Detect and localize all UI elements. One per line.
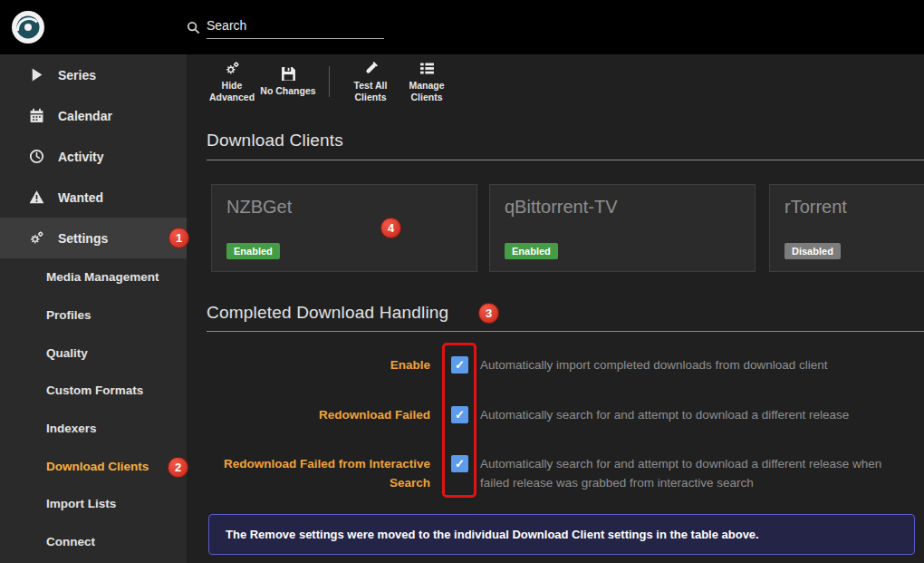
list-icon xyxy=(419,61,435,76)
redownload-failed-label: Redownload Failed xyxy=(193,405,430,424)
subitem-label: Quality xyxy=(46,346,88,360)
download-clients-title: Download Clients xyxy=(207,131,343,150)
calendar-icon xyxy=(29,108,44,123)
subitem-label: Import Lists xyxy=(46,497,116,510)
sidebar-subitem-profiles[interactable]: Profiles xyxy=(0,296,187,335)
app-window: Series Calendar Activity Wanted Settings xyxy=(0,0,924,563)
sidebar-subitem-download-clients[interactable]: Download Clients xyxy=(0,447,187,485)
clock-icon xyxy=(29,149,44,164)
status-badge: Enabled xyxy=(505,243,558,259)
sidebar-subitem-media-management[interactable]: Media Management xyxy=(0,258,187,296)
completed-download-handling-title: Completed Download Handling xyxy=(207,303,448,323)
redownload-failed-help-text: Automatically search for and attempt to … xyxy=(480,406,910,425)
cogs-icon xyxy=(225,61,240,76)
client-card-rtorrent[interactable]: rTorrent Disabled xyxy=(769,184,924,272)
enable-checkbox[interactable] xyxy=(451,356,468,374)
search-icon xyxy=(187,21,200,34)
redownload-failed-interactive-checkbox[interactable] xyxy=(451,455,468,472)
sonarr-logo[interactable] xyxy=(11,10,45,44)
sidebar-subitem-custom-formats[interactable]: Custom Formats xyxy=(0,372,187,410)
subitem-label: Media Management xyxy=(46,270,159,284)
sidebar-item-calendar[interactable]: Calendar xyxy=(0,95,187,136)
status-badge: Disabled xyxy=(784,243,841,259)
sidebar-item-settings[interactable]: Settings xyxy=(0,218,187,258)
toolbar-separator xyxy=(329,66,330,97)
redownload-failed-interactive-label: Redownload Failed from Interactive Searc… xyxy=(193,454,430,492)
sidebar-item-label: Settings xyxy=(58,231,108,246)
client-name: qBittorrent-TV xyxy=(505,197,617,218)
form-row-redownload-failed-interactive: Redownload Failed from Interactive Searc… xyxy=(187,454,924,510)
sidebar-subitem-indexers[interactable]: Indexers xyxy=(0,410,187,448)
manage-clients-button[interactable]: Manage Clients xyxy=(399,61,455,102)
test-all-clients-label: Test All Clients xyxy=(342,80,399,102)
status-badge: Enabled xyxy=(226,243,280,259)
client-name: rTorrent xyxy=(784,197,847,218)
warning-icon xyxy=(29,189,44,205)
section-divider xyxy=(207,331,924,332)
gears-icon xyxy=(29,230,44,246)
sidebar-subitem-connect[interactable]: Connect xyxy=(0,523,187,561)
sidebar-item-label: Activity xyxy=(58,150,104,164)
info-alert-text: The Remove settings were moved to the in… xyxy=(226,528,759,541)
save-icon xyxy=(281,66,296,82)
subitem-label: Indexers xyxy=(46,422,97,435)
enable-label: Enable xyxy=(193,355,430,374)
search-bar xyxy=(187,18,384,39)
sidebar-item-label: Series xyxy=(58,68,96,83)
page-toolbar: Hide Advanced No Changes Test All Client… xyxy=(187,54,455,109)
sidebar-item-activity[interactable]: Activity xyxy=(0,136,187,177)
hide-advanced-label: Hide Advanced xyxy=(204,80,260,102)
section-divider xyxy=(207,160,924,160)
sidebar-item-wanted[interactable]: Wanted xyxy=(0,177,187,218)
enable-help-text: Automatically import completed downloads… xyxy=(480,356,910,375)
subitem-label: Download Clients xyxy=(46,460,149,473)
sidebar-subitem-quality[interactable]: Quality xyxy=(0,334,187,372)
form-row-enable: Enable Automatically import completed do… xyxy=(187,355,924,397)
redownload-failed-checkbox[interactable] xyxy=(451,406,468,423)
no-changes-label: No Changes xyxy=(260,85,315,96)
subitem-label: Profiles xyxy=(46,308,91,322)
hide-advanced-button[interactable]: Hide Advanced xyxy=(204,61,260,102)
subitem-label: Connect xyxy=(46,535,95,548)
sidebar-item-label: Calendar xyxy=(58,109,112,123)
sidebar: Series Calendar Activity Wanted Settings xyxy=(0,54,187,563)
client-name: NZBGet xyxy=(226,197,292,218)
info-alert: The Remove settings were moved to the in… xyxy=(208,514,915,555)
sidebar-item-series[interactable]: Series xyxy=(0,54,187,95)
top-bar xyxy=(0,0,924,54)
main-content: Hide Advanced No Changes Test All Client… xyxy=(187,54,924,563)
subitem-label: Custom Formats xyxy=(46,383,143,397)
redownload-failed-interactive-help-text: Automatically search for and attempt to … xyxy=(480,455,910,492)
play-icon xyxy=(29,67,44,83)
form-row-redownload-failed: Redownload Failed Automatically search f… xyxy=(187,405,924,447)
client-card-qbittorrent-tv[interactable]: qBittorrent-TV Enabled xyxy=(489,184,756,272)
no-changes-button[interactable]: No Changes xyxy=(260,66,316,96)
sidebar-item-label: Wanted xyxy=(58,190,103,205)
client-card-nzbget[interactable]: NZBGet Enabled xyxy=(211,184,477,272)
test-all-clients-button[interactable]: Test All Clients xyxy=(342,61,399,102)
vial-icon xyxy=(363,61,379,76)
search-input[interactable] xyxy=(207,18,384,39)
sidebar-subitem-import-lists[interactable]: Import Lists xyxy=(0,485,187,523)
manage-clients-label: Manage Clients xyxy=(399,80,455,102)
